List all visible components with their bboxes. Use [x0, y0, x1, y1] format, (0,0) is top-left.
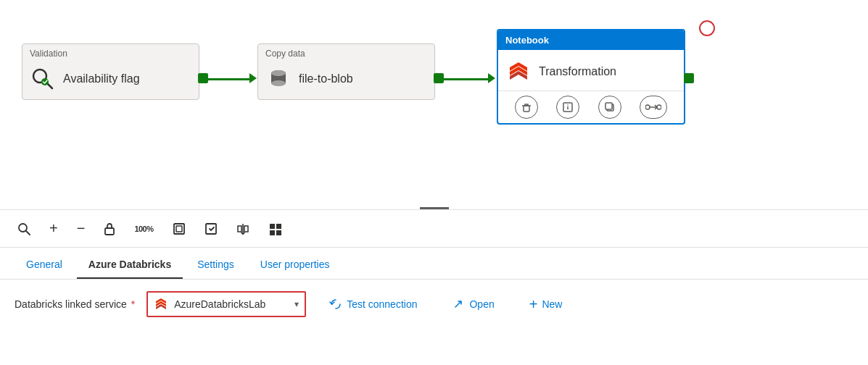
properties-panel: Databricks linked service * AzureDatabri… — [0, 280, 868, 329]
node-notebook-header: Notebook — [498, 30, 684, 50]
svg-line-21 — [26, 231, 30, 235]
tab-settings[interactable]: Settings — [186, 251, 246, 279]
databricks-icon — [505, 59, 532, 85]
svg-rect-25 — [206, 224, 216, 234]
search-toolbar-button[interactable] — [15, 219, 33, 238]
copy-icon — [265, 66, 292, 92]
linked-service-label: Databricks linked service * — [15, 298, 135, 310]
new-button[interactable]: + New — [518, 291, 574, 317]
svg-point-5 — [271, 80, 286, 86]
linked-service-value: AzureDatabricksLab — [174, 298, 289, 310]
copy-data-label: file-to-blob — [299, 72, 353, 85]
svg-point-2 — [41, 78, 49, 85]
svg-point-6 — [271, 70, 286, 76]
panel-divider[interactable] — [420, 207, 449, 209]
minus-toolbar-button[interactable]: − — [74, 217, 88, 240]
fit-screen-button[interactable] — [170, 219, 189, 238]
svg-rect-27 — [244, 226, 248, 232]
notebook-node[interactable]: Notebook Transformation — [497, 29, 685, 125]
connector-3 — [684, 73, 694, 83]
validation-label: Availability flag — [63, 72, 140, 85]
svg-rect-31 — [270, 230, 275, 235]
pipeline-canvas: Validation Availability flag Copy data — [0, 0, 868, 210]
node-validation-header: Validation — [22, 44, 199, 60]
dropdown-databricks-icon — [154, 297, 168, 311]
arrange-button[interactable] — [233, 219, 252, 238]
svg-rect-22 — [105, 228, 114, 235]
tab-general[interactable]: General — [15, 251, 74, 279]
select-button[interactable] — [202, 219, 220, 238]
info-action-button[interactable] — [556, 96, 579, 119]
red-circle-indicator — [699, 20, 715, 36]
zoom-100-button[interactable]: 100% — [131, 222, 156, 236]
svg-rect-10 — [524, 106, 529, 112]
arrow-2 — [439, 78, 491, 80]
open-icon — [452, 298, 465, 311]
linked-service-dropdown[interactable]: AzureDatabricksLab ▾ — [146, 291, 306, 317]
tab-azure-databricks[interactable]: Azure Databricks — [77, 251, 183, 279]
svg-rect-32 — [276, 230, 281, 235]
arrowhead-1 — [249, 73, 257, 83]
copy-data-node[interactable]: Copy data file-to-blob — [257, 43, 435, 100]
property-tabs: General Azure Databricks Settings User p… — [0, 248, 868, 280]
notebook-label: Transformation — [539, 65, 616, 78]
validation-icon — [30, 66, 56, 92]
test-connection-icon — [329, 298, 342, 311]
lock-toolbar-button[interactable] — [101, 219, 118, 238]
svg-point-20 — [19, 224, 27, 232]
notebook-actions — [498, 91, 684, 123]
add-connection-button[interactable] — [640, 96, 667, 119]
svg-line-37 — [332, 302, 334, 304]
tab-user-properties[interactable]: User properties — [249, 251, 342, 279]
svg-rect-30 — [276, 224, 281, 229]
new-plus-icon: + — [529, 296, 538, 313]
arrowhead-2 — [488, 73, 495, 83]
add-toolbar-button[interactable]: + — [46, 217, 61, 240]
canvas-toolbar: + − 100% — [0, 210, 868, 248]
layers-button[interactable] — [265, 219, 286, 238]
svg-rect-23 — [174, 224, 184, 234]
svg-rect-16 — [605, 103, 612, 109]
svg-rect-29 — [270, 224, 275, 229]
dropdown-chevron-icon: ▾ — [294, 299, 299, 309]
svg-point-17 — [645, 105, 650, 109]
node-copy-header: Copy data — [258, 44, 434, 60]
svg-rect-26 — [238, 226, 241, 232]
test-connection-button[interactable]: Test connection — [318, 291, 429, 317]
clone-action-button[interactable] — [598, 96, 621, 119]
delete-action-button[interactable] — [515, 96, 538, 119]
open-button[interactable]: Open — [440, 291, 505, 317]
arrow-1 — [203, 78, 252, 80]
svg-point-14 — [567, 104, 569, 106]
validation-node[interactable]: Validation Availability flag — [22, 43, 199, 100]
svg-rect-24 — [176, 226, 182, 232]
